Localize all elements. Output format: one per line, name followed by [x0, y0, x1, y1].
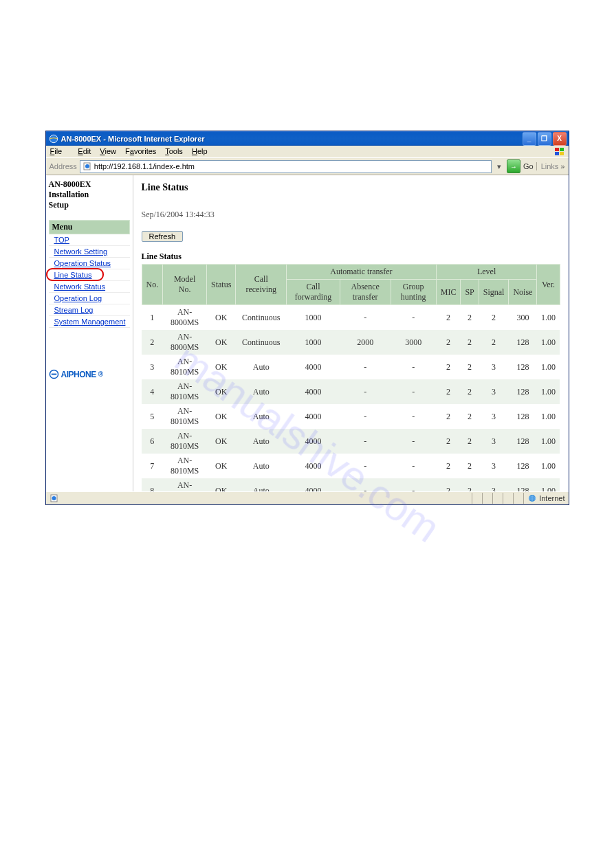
cell-fwd: 4000 [287, 404, 340, 429]
section-title: Line Status [142, 252, 560, 262]
cell-ver: 1.00 [537, 478, 560, 491]
cell-ver: 1.00 [537, 355, 560, 379]
sidebar: AN-8000EX Installation Setup Menu TOP Ne… [46, 175, 133, 491]
cell-sp: 2 [461, 404, 479, 429]
cell-grp: - [391, 404, 436, 429]
th-absence-transfer: Absence transfer [340, 280, 391, 305]
links-label[interactable]: Links [536, 162, 565, 170]
svg-point-10 [52, 496, 56, 500]
cell-noise: 128 [509, 454, 537, 478]
sidebar-item-network-setting[interactable]: Network Setting [49, 246, 130, 258]
go-button[interactable]: → [507, 159, 520, 173]
cell-status: OK [206, 429, 235, 454]
address-input[interactable]: http://192.168.1.1/index-e.htm [80, 160, 492, 173]
cell-mic: 2 [436, 454, 461, 478]
menu-view[interactable]: View [100, 147, 116, 155]
table-row: 4AN-8010MSOKAuto4000--2231281.00 [142, 379, 560, 404]
th-signal: Signal [479, 280, 509, 305]
table-row: 7AN-8010MSOKAuto4000--2231281.00 [142, 454, 560, 478]
status-bar: Internet [46, 491, 569, 504]
cell-status: OK [206, 330, 235, 355]
cell-sp: 2 [461, 429, 479, 454]
sidebar-item-network-status[interactable]: Network Status [49, 281, 130, 293]
menu-help[interactable]: Help [192, 147, 208, 155]
svg-rect-1 [555, 148, 559, 151]
menu-edit[interactable]: Edit [78, 147, 91, 155]
cell-grp: - [391, 355, 436, 379]
th-call-receiving: Call receiving [236, 265, 287, 305]
cell-grp: - [391, 454, 436, 478]
address-dropdown-icon[interactable]: ▾ [494, 162, 504, 171]
cell-no: 5 [142, 404, 163, 429]
cell-no: 7 [142, 454, 163, 478]
cell-sig: 2 [479, 330, 509, 355]
menu-favorites[interactable]: Favorites [125, 147, 156, 155]
cell-sp: 2 [461, 379, 479, 404]
cell-sig: 3 [479, 478, 509, 491]
cell-noise: 128 [509, 429, 537, 454]
close-button[interactable]: X [553, 132, 567, 146]
url-text: http://192.168.1.1/index-e.htm [94, 162, 195, 170]
cell-grp: - [391, 478, 436, 491]
cell-abs: 2000 [340, 330, 391, 355]
cell-abs: - [340, 379, 391, 404]
sidebar-item-stream-log[interactable]: Stream Log [49, 304, 130, 316]
cell-noise: 128 [509, 404, 537, 429]
cell-sig: 3 [479, 355, 509, 379]
cell-status: OK [206, 355, 235, 379]
cell-model: AN-8010MS [163, 379, 207, 404]
menu-tools[interactable]: Tools [165, 147, 183, 155]
cell-fwd: 4000 [287, 379, 340, 404]
cell-mic: 2 [436, 305, 461, 331]
refresh-button[interactable]: Refresh [142, 231, 184, 242]
cell-no: 8 [142, 478, 163, 491]
menu-file[interactable]: File [50, 147, 69, 155]
table-row: 5AN-8010MSOKAuto4000--2231281.00 [142, 404, 560, 429]
th-no: No. [142, 265, 163, 305]
cell-fwd: 4000 [287, 478, 340, 491]
cell-status: OK [206, 478, 235, 491]
svg-point-6 [85, 164, 89, 168]
aiphone-icon [49, 369, 59, 379]
cell-grp: - [391, 379, 436, 404]
ie-icon [49, 134, 58, 144]
minimize-button[interactable]: _ [523, 132, 536, 146]
sidebar-item-operation-log[interactable]: Operation Log [49, 293, 130, 304]
cell-fwd: 1000 [287, 305, 340, 331]
cell-ver: 1.00 [537, 404, 560, 429]
cell-no: 3 [142, 355, 163, 379]
cell-ver: 1.00 [537, 305, 560, 331]
cell-noise: 128 [509, 379, 537, 404]
cell-sp: 2 [461, 305, 479, 331]
th-ver: Ver. [537, 265, 560, 305]
cell-rx: Auto [236, 355, 287, 379]
cell-rx: Auto [236, 478, 287, 491]
timestamp: Sep/16/2004 13:44:33 [142, 210, 560, 220]
cell-mic: 2 [436, 355, 461, 379]
cell-no: 2 [142, 330, 163, 355]
page-icon [83, 162, 91, 170]
cell-sp: 2 [461, 478, 479, 491]
th-status: Status [206, 265, 235, 305]
cell-no: 4 [142, 379, 163, 404]
sidebar-item-line-status[interactable]: Line Status [49, 269, 130, 281]
cell-noise: 300 [509, 305, 537, 331]
sidebar-item-top[interactable]: TOP [49, 234, 130, 246]
cell-sig: 2 [479, 305, 509, 331]
maximize-button[interactable]: ❐ [538, 132, 551, 146]
sidebar-item-operation-status[interactable]: Operation Status [49, 258, 130, 269]
table-row: 8AN-8010MSOKAuto4000--2231281.00 [142, 478, 560, 491]
sidebar-item-system-management[interactable]: System Management [49, 316, 130, 328]
cell-model: AN-8010MS [163, 429, 207, 454]
menu-header: Menu [49, 220, 130, 234]
cell-status: OK [206, 454, 235, 478]
cell-model: AN-8010MS [163, 454, 207, 478]
svg-rect-8 [51, 374, 56, 375]
brand-logo: AIPHONE® [49, 369, 130, 379]
cell-ver: 1.00 [537, 330, 560, 355]
cell-noise: 128 [509, 478, 537, 491]
th-sp: SP [461, 280, 479, 305]
cell-grp: - [391, 429, 436, 454]
sidebar-title: AN-8000EX Installation Setup [49, 179, 130, 210]
cell-ver: 1.00 [537, 454, 560, 478]
